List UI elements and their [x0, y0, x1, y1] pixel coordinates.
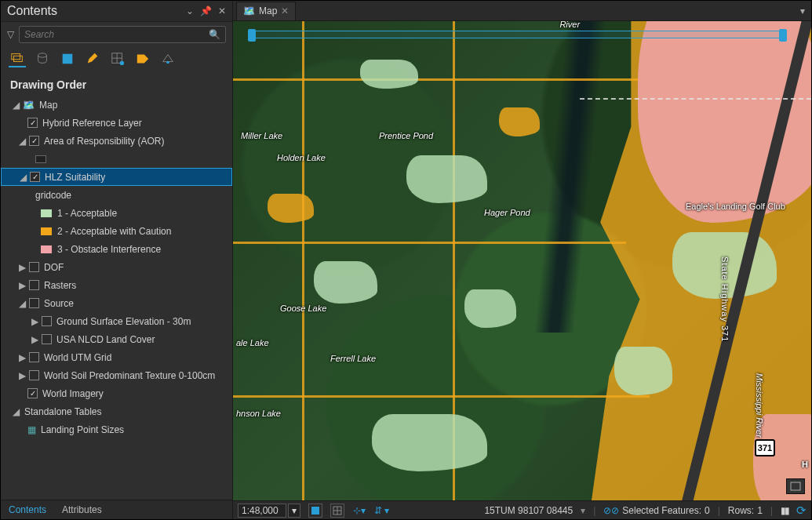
- layer-hlz[interactable]: HLZ Suitability: [43, 172, 105, 183]
- search-input[interactable]: [24, 29, 209, 40]
- map-label-edge: H: [802, 460, 808, 469]
- legend-swatch-3: [40, 245, 53, 254]
- svg-rect-0: [12, 54, 20, 60]
- coords-dropdown-icon[interactable]: ▾: [581, 505, 585, 516]
- expander-icon[interactable]: ▶: [18, 370, 26, 381]
- list-by-perspective-icon[interactable]: [159, 50, 177, 67]
- tab-attributes[interactable]: Attributes: [54, 500, 110, 519]
- close-map-tab-icon[interactable]: ✕: [281, 5, 289, 16]
- layer-utm[interactable]: World UTM Grid: [42, 352, 111, 363]
- svg-point-8: [166, 61, 169, 64]
- checkbox[interactable]: [30, 172, 40, 182]
- grid-corrections-icon[interactable]: ⊹▾: [352, 504, 366, 518]
- expander-icon[interactable]: ◢: [18, 136, 26, 147]
- slider-handle-left[interactable]: [248, 29, 256, 42]
- checkbox[interactable]: [29, 298, 39, 308]
- slider-handle-right[interactable]: [779, 29, 787, 42]
- table-lps[interactable]: Landing Point Sizes: [39, 424, 124, 435]
- pin-icon[interactable]: 📌: [200, 5, 212, 16]
- map-tabstrip: 🗺️ Map ✕ ▾: [233, 1, 811, 21]
- svg-rect-3: [63, 54, 73, 64]
- layer-imagery[interactable]: World Imagery: [41, 388, 104, 399]
- map-icon: 🗺️: [23, 100, 35, 111]
- map-label-goose: Goose Lake: [280, 304, 326, 313]
- legend-label-3: 3 - Obstacle Interference: [56, 244, 161, 255]
- list-by-labeling-icon[interactable]: [134, 50, 151, 67]
- autohide-icon[interactable]: ⌄: [186, 5, 194, 16]
- layer-soil[interactable]: World Soil Predominant Texture 0-100cm: [42, 370, 215, 381]
- map-label-hnson: hnson Lake: [236, 409, 281, 418]
- list-by-drawing-order-icon[interactable]: [9, 50, 26, 67]
- checkbox[interactable]: [29, 136, 39, 146]
- checkbox[interactable]: [42, 316, 52, 326]
- layer-source[interactable]: Source: [42, 298, 74, 309]
- svg-rect-9: [791, 482, 800, 490]
- layer-dof[interactable]: DOF: [42, 262, 64, 273]
- layer-hybrid[interactable]: Hybrid Reference Layer: [41, 118, 142, 129]
- scale-control[interactable]: ▾: [238, 504, 300, 518]
- checkbox[interactable]: [29, 280, 39, 290]
- map-tab[interactable]: 🗺️ Map ✕: [236, 2, 296, 20]
- layer-gse[interactable]: Ground Surface Elevation - 30m: [55, 316, 191, 327]
- selected-features-label: Selected Features:: [622, 505, 701, 516]
- expander-icon[interactable]: ◢: [19, 172, 27, 183]
- layer-nlcd[interactable]: USA NLCD Land Cover: [55, 334, 155, 345]
- constraint-icon[interactable]: [308, 504, 322, 518]
- svg-point-2: [38, 53, 47, 57]
- refresh-icon[interactable]: ⟳: [796, 504, 807, 518]
- legend-swatch-2: [40, 227, 53, 236]
- search-box[interactable]: 🔍: [19, 26, 226, 43]
- checkbox[interactable]: [29, 352, 39, 362]
- contents-bottom-tabs: Contents Attributes: [1, 500, 232, 519]
- gridcode-label: gridcode: [34, 190, 71, 201]
- dynamic-text-icon[interactable]: ⇵ ▾: [374, 505, 389, 516]
- expander-icon[interactable]: ◢: [12, 100, 20, 111]
- layer-aor[interactable]: Area of Responsibility (AOR): [42, 136, 164, 147]
- map-mode-icon[interactable]: [786, 478, 805, 494]
- checkbox[interactable]: [29, 370, 39, 380]
- list-by-editing-icon[interactable]: [84, 50, 101, 67]
- checkbox[interactable]: [42, 334, 52, 344]
- snapping-icon[interactable]: [330, 504, 344, 518]
- close-pane-icon[interactable]: ✕: [218, 5, 226, 16]
- checkbox[interactable]: [27, 118, 38, 128]
- map-view-menu-icon[interactable]: ▾: [794, 5, 811, 16]
- map-tab-label: Map: [259, 5, 277, 16]
- rows-label: Rows:: [728, 505, 754, 516]
- layer-rasters[interactable]: Rasters: [42, 280, 76, 291]
- aor-symbol-swatch[interactable]: [35, 155, 46, 163]
- legend-label-2: 2 - Acceptable with Caution: [56, 226, 171, 237]
- expander-icon[interactable]: ▶: [18, 280, 26, 291]
- svg-rect-1: [14, 56, 23, 61]
- expander-icon[interactable]: ▶: [18, 352, 26, 363]
- map-canvas[interactable]: Miller Lake Holden Lake Prentice Pond Ha…: [233, 21, 811, 500]
- map-label-prentice: Prentice Pond: [379, 131, 433, 140]
- time-slider[interactable]: [252, 31, 783, 38]
- list-by-snapping-icon[interactable]: [109, 50, 126, 67]
- map-label-hager: Hager Pond: [484, 208, 530, 217]
- svg-point-7: [120, 61, 124, 65]
- expander-icon[interactable]: ▶: [31, 316, 38, 327]
- filter-icon[interactable]: ▽: [7, 29, 14, 40]
- selected-features-count: 0: [705, 505, 710, 516]
- list-by-selection-icon[interactable]: [59, 50, 76, 67]
- map-label-mississippi: Mississippi River: [755, 373, 764, 438]
- checkbox[interactable]: [27, 388, 38, 398]
- legend-swatch-1: [40, 209, 53, 218]
- tab-contents[interactable]: Contents: [1, 500, 54, 519]
- layer-tree: ◢🗺️Map Hybrid Reference Layer ◢Area of R…: [1, 96, 232, 500]
- expander-icon[interactable]: ◢: [12, 406, 20, 417]
- highway-shield: 371: [755, 439, 775, 456]
- expander-icon[interactable]: ▶: [31, 334, 38, 345]
- selected-features-icon[interactable]: ⊘⊘: [603, 505, 619, 516]
- pause-drawing-icon[interactable]: ▮▮: [781, 505, 788, 516]
- scale-dropdown-icon[interactable]: ▾: [288, 504, 300, 518]
- tree-map[interactable]: Map: [38, 100, 57, 111]
- expander-icon[interactable]: ▶: [18, 262, 26, 273]
- search-icon[interactable]: 🔍: [209, 29, 220, 40]
- list-by-data-source-icon[interactable]: [34, 50, 51, 67]
- standalone-tables-heading[interactable]: Standalone Tables: [23, 406, 102, 417]
- checkbox[interactable]: [29, 262, 39, 272]
- expander-icon[interactable]: ◢: [18, 298, 26, 309]
- scale-input[interactable]: [238, 504, 286, 518]
